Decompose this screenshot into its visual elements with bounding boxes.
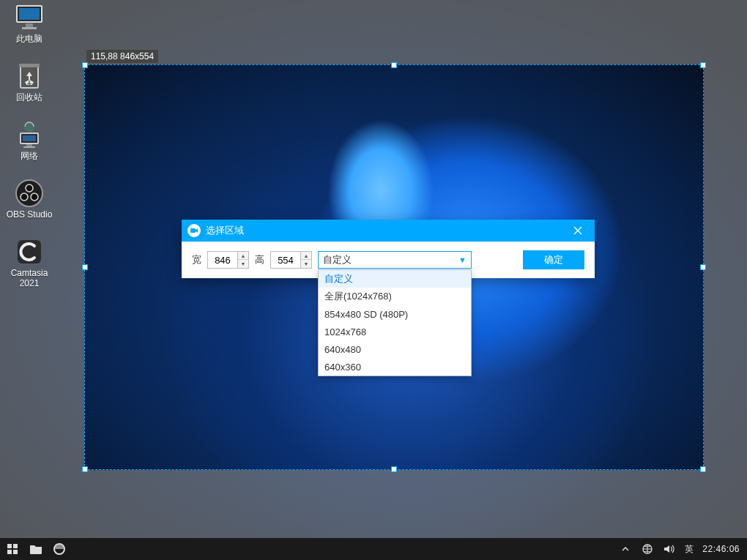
height-spin-up[interactable]: ▲: [301, 252, 311, 260]
resize-handle-s[interactable]: [391, 466, 397, 472]
width-spin-up[interactable]: ▲: [238, 252, 248, 260]
svg-rect-1: [19, 8, 40, 20]
camtasia-icon: [14, 237, 45, 266]
taskbar-edge[interactable]: [53, 542, 66, 556]
obs-icon: [14, 179, 45, 208]
preset-dropdown-list: 自定义 全屏(1024x768) 854x480 SD (480P) 1024x…: [318, 269, 472, 376]
resize-handle-se[interactable]: [700, 466, 706, 472]
height-spin: ▲ ▼: [300, 252, 311, 268]
width-spin: ▲ ▼: [237, 252, 248, 268]
desktop-icon-network[interactable]: 网络: [0, 120, 59, 174]
desktop-icon-obs[interactable]: OBS Studio: [0, 179, 59, 233]
height-spin-down[interactable]: ▼: [301, 260, 311, 268]
taskbar-explorer[interactable]: [29, 542, 42, 556]
svg-rect-19: [7, 550, 12, 554]
taskbar-clock[interactable]: 22:46:06: [702, 544, 740, 554]
tray-network[interactable]: [641, 542, 654, 556]
preset-option[interactable]: 1024x768: [319, 323, 471, 340]
width-label: 宽: [192, 253, 201, 266]
globe-icon: [642, 544, 653, 554]
monitor-icon: [14, 3, 45, 32]
preset-option[interactable]: 640x480: [319, 340, 471, 358]
ime-indicator[interactable]: 英: [685, 543, 694, 556]
close-icon: [573, 226, 582, 235]
camera-icon: [187, 224, 201, 237]
edge-icon: [53, 543, 65, 555]
tray-chevron[interactable]: [619, 542, 632, 556]
network-icon: [14, 120, 45, 149]
desktop: 此电脑 回收站 网络 OBS Studio Camtasia 2021: [0, 0, 747, 560]
resize-handle-n[interactable]: [391, 62, 397, 68]
svg-rect-10: [23, 146, 35, 148]
preset-selected-label: 自定义: [323, 253, 352, 266]
resize-handle-sw[interactable]: [82, 466, 88, 472]
taskbar-left: [0, 542, 66, 556]
height-input[interactable]: [271, 252, 300, 268]
desktop-icon-label: 此电脑: [16, 34, 42, 44]
dialog-title: 选择区域: [206, 224, 565, 237]
taskbar: 英 22:46:06: [0, 538, 747, 560]
svg-rect-5: [19, 64, 40, 67]
dialog-titlebar[interactable]: 选择区域: [182, 220, 595, 242]
svg-rect-18: [13, 544, 18, 548]
desktop-icons: 此电脑 回收站 网络 OBS Studio Camtasia 2021: [0, 3, 59, 296]
width-stepper[interactable]: ▲ ▼: [207, 251, 249, 269]
tray-volume[interactable]: [663, 542, 676, 556]
desktop-icon-label: Camtasia 2021: [11, 268, 48, 288]
speaker-icon: [664, 544, 675, 554]
svg-point-14: [31, 193, 38, 201]
desktop-icon-label: 网络: [21, 151, 38, 161]
preset-option[interactable]: 自定义: [319, 270, 471, 288]
svg-point-13: [21, 193, 28, 201]
dim-overlay: [0, 470, 747, 538]
width-spin-down[interactable]: ▼: [238, 260, 248, 268]
resize-handle-nw[interactable]: [82, 62, 88, 68]
resize-handle-e[interactable]: [700, 264, 706, 270]
taskbar-right: 英 22:46:06: [619, 542, 747, 556]
dim-overlay: [704, 64, 747, 470]
desktop-icon-label: OBS Studio: [7, 209, 53, 220]
svg-rect-9: [26, 144, 32, 146]
desktop-icon-recycle-bin[interactable]: 回收站: [0, 61, 59, 116]
chevron-up-icon: [621, 545, 630, 553]
svg-rect-2: [26, 23, 33, 27]
preset-combobox[interactable]: 自定义 ▼: [318, 251, 472, 269]
close-button[interactable]: [565, 220, 590, 242]
desktop-icon-camtasia[interactable]: Camtasia 2021: [0, 237, 59, 291]
preset-option[interactable]: 640x360: [319, 358, 471, 376]
height-stepper[interactable]: ▲ ▼: [270, 251, 312, 269]
start-button[interactable]: [6, 542, 19, 556]
chevron-down-icon: ▼: [458, 255, 467, 264]
selection-coords-label: 115,88 846x554: [86, 50, 158, 63]
folder-icon: [29, 543, 42, 555]
dialog-body: 宽 ▲ ▼ 高 ▲ ▼ 自定义 ▼: [182, 242, 595, 278]
preset-option[interactable]: 全屏(1024x768): [319, 288, 471, 305]
height-label: 高: [255, 253, 264, 266]
select-area-dialog: 选择区域 宽 ▲ ▼ 高 ▲ ▼: [182, 220, 595, 278]
svg-rect-16: [190, 228, 196, 233]
resize-handle-w[interactable]: [82, 264, 88, 270]
desktop-icon-this-pc[interactable]: 此电脑: [0, 3, 59, 57]
preset-combo: 自定义 ▼ 自定义 全屏(1024x768) 854x480 SD (480P)…: [318, 251, 472, 269]
ok-button[interactable]: 确定: [523, 250, 584, 269]
svg-point-12: [26, 184, 33, 192]
windows-icon: [7, 543, 18, 555]
svg-rect-3: [22, 27, 37, 29]
resize-handle-ne[interactable]: [700, 62, 706, 68]
svg-rect-20: [13, 550, 18, 554]
desktop-icon-label: 回收站: [16, 92, 42, 102]
width-input[interactable]: [208, 252, 237, 268]
recycle-bin-icon: [14, 61, 45, 91]
svg-rect-8: [23, 135, 36, 141]
svg-rect-17: [7, 544, 12, 548]
preset-option[interactable]: 854x480 SD (480P): [319, 305, 471, 323]
